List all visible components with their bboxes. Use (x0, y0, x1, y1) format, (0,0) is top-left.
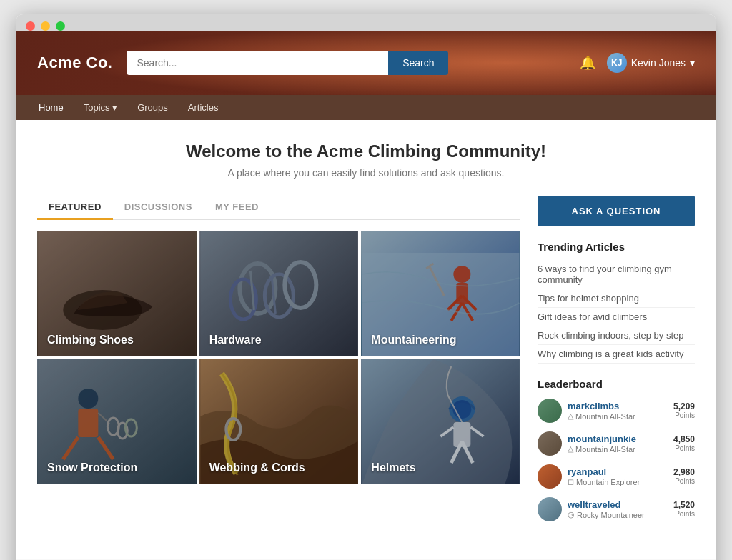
leaderboard-name-1[interactable]: markclimbs (568, 401, 668, 411)
category-label-snow-protection: Snow Protection (47, 461, 137, 474)
leaderboard-avatar-4 (538, 497, 562, 521)
leaderboard-points-2: 4,850 Points (673, 434, 695, 453)
leaderboard-info-1: markclimbs △ Mountain All-Star (568, 401, 668, 421)
leaderboard-item-1: markclimbs △ Mountain All-Star 5,209 Poi… (538, 399, 695, 423)
category-label-helmets: Helmets (371, 461, 415, 474)
page-subtitle: A place where you can easily find soluti… (37, 167, 695, 179)
trending-title: Trending Articles (538, 241, 695, 253)
category-card-climbing-shoes[interactable]: Climbing Shoes (37, 231, 197, 356)
category-card-helmets[interactable]: Helmets (361, 359, 520, 484)
category-card-snow-protection[interactable]: Snow Protection (37, 359, 197, 484)
hero-header: Acme Co. Search 🔔 KJ Kevin Jones ▾ (16, 31, 716, 95)
leaderboard-item-4: welltraveled ◎ Rocky Mountaineer 1,520 P… (538, 497, 695, 521)
tab-featured[interactable]: FEATURED (37, 196, 113, 220)
leaderboard-info-2: mountainjunkie △ Mountain All-Star (568, 434, 668, 454)
tabs-bar: FEATURED DISCUSSIONS MY FEED (37, 196, 520, 220)
trending-item-3[interactable]: Gift ideas for avid climbers (538, 308, 695, 326)
leaderboard-name-2[interactable]: mountainjunkie (568, 434, 668, 444)
header-actions: 🔔 KJ Kevin Jones ▾ (580, 53, 695, 73)
avatar: KJ (607, 53, 627, 73)
badge-icon-3: ◻ (568, 477, 574, 486)
leaderboard-points-1: 5,209 Points (673, 401, 695, 420)
tab-discussions[interactable]: DISCUSSIONS (113, 196, 204, 220)
notification-bell-icon[interactable]: 🔔 (580, 55, 595, 71)
trending-item-5[interactable]: Why climbing is a great kids activity (538, 345, 695, 364)
leaderboard-points-3: 2,980 Points (673, 467, 695, 486)
leaderboard-info-3: ryanpaul ◻ Mountain Explorer (568, 466, 668, 486)
ask-question-button-sidebar[interactable]: ASK A QUESTION (538, 196, 695, 226)
category-label-climbing-shoes: Climbing Shoes (47, 334, 134, 346)
content-layout: FEATURED DISCUSSIONS MY FEED (37, 196, 695, 530)
leaderboard-title: Leaderboard (538, 378, 695, 390)
leaderboard-info-4: welltraveled ◎ Rocky Mountaineer (568, 499, 668, 519)
trending-articles-list: 6 ways to find your climbing gym communi… (538, 260, 695, 364)
badge-icon-2: △ (568, 444, 573, 454)
search-button[interactable]: Search (388, 51, 448, 75)
nav-groups[interactable]: Groups (129, 95, 177, 120)
category-grid: Climbing Shoes (37, 231, 520, 484)
badge-icon-4: ◎ (568, 510, 575, 519)
user-menu[interactable]: KJ Kevin Jones ▾ (607, 53, 695, 73)
nav-bar: Home Topics ▾ Groups Articles (16, 95, 716, 120)
page-title: Welcome to the Acme Climbing Community! (37, 141, 695, 161)
browser-window: Acme Co. Search 🔔 KJ Kevin Jones ▾ Home … (16, 14, 716, 560)
category-label-webbing-cords: Webbing & Cords (209, 461, 305, 474)
nav-topics[interactable]: Topics ▾ (75, 95, 126, 120)
left-panel: FEATURED DISCUSSIONS MY FEED (37, 196, 520, 484)
category-card-hardware[interactable]: Hardware (199, 231, 359, 356)
browser-chrome (16, 14, 716, 31)
leaderboard-points-4: 1,520 Points (673, 500, 695, 519)
main-content: Welcome to the Acme Climbing Community! … (16, 120, 716, 559)
trending-item-2[interactable]: Tips for helmet shopping (538, 289, 695, 308)
leaderboard-badge-2: △ Mountain All-Star (568, 444, 668, 454)
leaderboard-badge-4: ◎ Rocky Mountaineer (568, 510, 668, 519)
leaderboard-item-2: mountainjunkie △ Mountain All-Star 4,850… (538, 431, 695, 456)
nav-home[interactable]: Home (30, 95, 72, 120)
tab-my-feed[interactable]: MY FEED (204, 196, 270, 220)
trending-item-4[interactable]: Rock climbing indoors, step by step (538, 326, 695, 345)
maximize-dot[interactable] (56, 21, 65, 31)
nav-articles[interactable]: Articles (179, 95, 227, 120)
search-form: Search (127, 51, 448, 75)
chevron-down-icon: ▾ (690, 57, 695, 69)
trending-item-1[interactable]: 6 ways to find your climbing gym communi… (538, 260, 695, 289)
user-name: Kevin Jones (631, 57, 686, 69)
leaderboard-item-3: ryanpaul ◻ Mountain Explorer 2,980 Point… (538, 464, 695, 489)
search-input[interactable] (127, 51, 388, 75)
category-card-mountaineering[interactable]: Mountaineering (361, 231, 520, 356)
leaderboard-name-4[interactable]: welltraveled (568, 499, 668, 510)
leaderboard-name-3[interactable]: ryanpaul (568, 466, 668, 477)
site-logo: Acme Co. (37, 54, 112, 72)
leaderboard-avatar-1 (538, 399, 562, 423)
badge-icon-1: △ (568, 411, 573, 421)
leaderboard-avatar-3 (538, 464, 562, 489)
leaderboard-avatar-2 (538, 431, 562, 456)
right-panel: ASK A QUESTION Trending Articles 6 ways … (538, 196, 695, 530)
close-dot[interactable] (26, 21, 35, 31)
avatar-initials: KJ (611, 58, 622, 68)
leaderboard-badge-3: ◻ Mountain Explorer (568, 477, 668, 486)
leaderboard-badge-1: △ Mountain All-Star (568, 411, 668, 421)
category-label-mountaineering: Mountaineering (371, 334, 456, 346)
category-card-webbing-cords[interactable]: Webbing & Cords (199, 359, 359, 484)
category-label-hardware: Hardware (209, 334, 262, 346)
minimize-dot[interactable] (41, 21, 50, 31)
